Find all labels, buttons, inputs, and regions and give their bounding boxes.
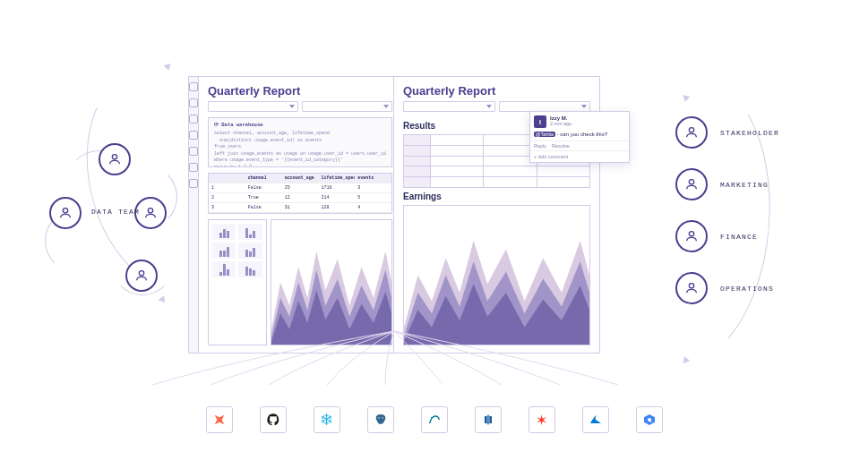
arrowhead-icon	[681, 356, 691, 365]
td: False	[245, 183, 282, 192]
bigquery-logo-icon	[636, 406, 663, 433]
mini-bar-icon[interactable]	[238, 224, 262, 240]
comment-text: - can you check this?	[555, 132, 607, 137]
mysql-logo-icon	[421, 406, 448, 433]
dbt-logo-icon	[206, 406, 233, 433]
data-team-group: DATA TEAM	[27, 134, 188, 295]
td: 214	[318, 193, 355, 202]
stakeholder-row: STAKEHOLDER	[675, 116, 828, 149]
sidebar	[189, 77, 199, 353]
th: account_age	[282, 174, 319, 183]
stakeholder-row: MARKETING	[675, 168, 828, 200]
stakeholder-label: OPERATIONS	[720, 285, 774, 293]
grid-icon[interactable]	[189, 82, 198, 91]
mini-bar-icon[interactable]	[212, 261, 236, 277]
person-icon	[125, 260, 158, 292]
td: 2	[209, 193, 245, 202]
databricks-logo-icon: ✶	[529, 406, 555, 433]
comment-time: 2 min ago	[550, 121, 572, 126]
dropdown[interactable]	[208, 101, 298, 112]
mini-bar-icon[interactable]	[238, 243, 262, 259]
th: channel	[245, 174, 282, 183]
td: 25	[282, 183, 319, 192]
person-icon	[49, 197, 82, 229]
th: events	[355, 174, 391, 183]
data-source-logos: ❄ ✶	[206, 406, 663, 433]
search-icon[interactable]	[189, 163, 198, 172]
data-team-label: DATA TEAM	[91, 208, 140, 216]
editor-panel: Quarterly Report ⟳ Data warehouseselect …	[189, 77, 394, 353]
td: 3	[209, 203, 245, 212]
svg-point-8	[378, 417, 379, 418]
svg-point-7	[689, 284, 693, 288]
sql-code-block[interactable]: ⟳ Data warehouseselect channel, account_…	[208, 117, 392, 167]
dropdown[interactable]	[403, 101, 495, 112]
td: 5	[355, 193, 391, 202]
table-header-row: channel account_age lifetime_spend event…	[209, 174, 391, 183]
stakeholders-group: STAKEHOLDER MARKETING FINANCE OPERATIONS	[675, 116, 828, 304]
td: True	[245, 193, 282, 202]
svg-point-9	[382, 417, 382, 418]
report-panel: Quarterly Report Results Earnings I	[394, 77, 599, 353]
mini-bar-icon[interactable]	[212, 243, 236, 259]
resolve-button[interactable]: Resolve	[552, 143, 570, 149]
stakeholder-row: FINANCE	[675, 220, 828, 252]
mini-chart-palette	[208, 219, 267, 345]
comment-popover: I Izzy M. 2 min ago @Tahlia - can you ch…	[529, 111, 630, 163]
postgres-logo-icon	[367, 406, 394, 433]
arrowhead-icon	[681, 92, 691, 102]
svg-point-0	[112, 155, 116, 159]
svg-point-6	[689, 232, 693, 236]
reply-button[interactable]: Reply	[534, 143, 546, 149]
td: 1716	[318, 183, 355, 192]
mini-bar-icon[interactable]	[238, 261, 262, 277]
send-icon[interactable]	[189, 115, 198, 124]
th: lifetime_spend	[318, 174, 355, 183]
doc-icon[interactable]	[189, 98, 198, 107]
person-icon	[675, 220, 708, 252]
dropdown[interactable]	[302, 101, 392, 112]
stakeholder-label: FINANCE	[720, 233, 758, 241]
svg-point-2	[148, 209, 152, 213]
arrowhead-icon	[159, 295, 168, 304]
mini-bar-icon[interactable]	[212, 224, 236, 240]
mention-chip[interactable]: @Tahlia	[534, 132, 555, 137]
github-logo-icon	[260, 406, 287, 433]
td: 31	[282, 203, 319, 212]
table-row: 1 False 25 1716 3	[209, 183, 391, 193]
person-icon	[675, 116, 708, 149]
td: 4	[355, 203, 391, 212]
table-row: 2 True 12 214 5	[209, 193, 391, 203]
settings-icon[interactable]	[189, 179, 198, 188]
td: False	[245, 203, 282, 212]
stakeholder-row: OPERATIONS	[675, 272, 828, 304]
td: 1	[209, 183, 245, 192]
person-icon	[675, 272, 708, 304]
azure-logo-icon	[582, 406, 609, 433]
svg-point-1	[63, 209, 67, 213]
sql-text: select channel, account_age, lifetime_sp…	[214, 131, 386, 167]
comment-body: @Tahlia - can you check this?	[530, 132, 629, 141]
app-panels: Quarterly Report ⟳ Data warehouseselect …	[188, 76, 600, 354]
snowflake-logo-icon: ❄	[314, 406, 340, 433]
earnings-chart	[403, 205, 590, 345]
td: 128	[318, 203, 355, 212]
th	[209, 174, 245, 183]
svg-point-3	[139, 271, 143, 276]
stakeholder-label: MARKETING	[720, 181, 769, 189]
report-title: Quarterly Report	[403, 84, 590, 98]
redshift-logo-icon	[475, 406, 502, 433]
add-comment-button[interactable]: + Add comment	[530, 150, 629, 162]
td: 12	[282, 193, 319, 202]
earnings-heading: Earnings	[403, 192, 590, 201]
arrowhead-icon	[164, 61, 174, 71]
svg-point-5	[689, 180, 693, 184]
folder-icon[interactable]	[189, 131, 198, 140]
chart-icon[interactable]	[189, 147, 198, 156]
svg-point-10	[431, 417, 432, 418]
editor-title: Quarterly Report	[208, 84, 392, 98]
stakeholder-label: STAKEHOLDER	[720, 129, 779, 137]
result-table: channel account_age lifetime_spend event…	[208, 173, 392, 214]
person-icon	[99, 143, 131, 175]
datasource-label: ⟳ Data warehouse	[214, 122, 386, 129]
